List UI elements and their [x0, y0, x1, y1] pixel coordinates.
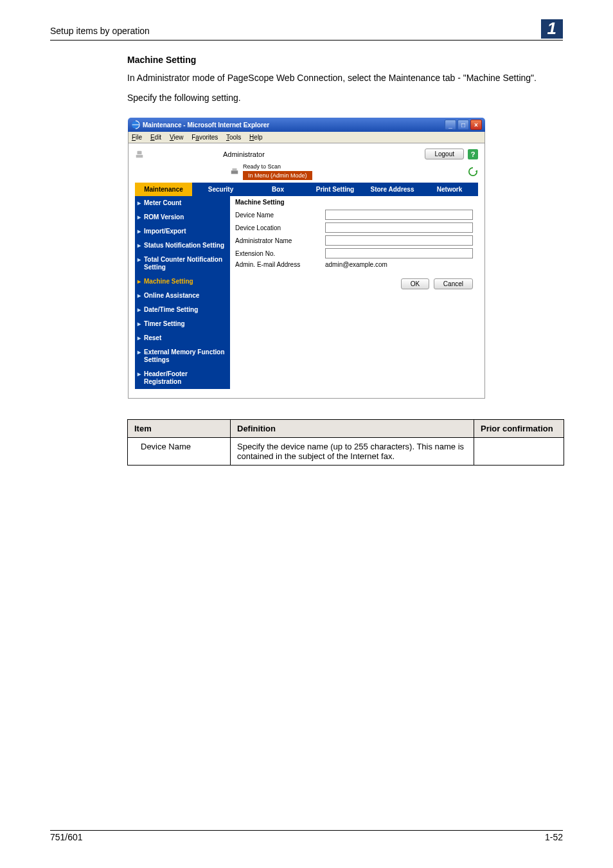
tab-store-address[interactable]: Store Address [364, 183, 421, 196]
tab-print-setting[interactable]: Print Setting [306, 183, 364, 196]
svg-rect-1 [138, 150, 142, 154]
user-mode-label: Administrator [223, 150, 265, 158]
ok-button[interactable]: OK [401, 278, 429, 289]
col-definition: Definition [231, 420, 474, 438]
menu-view[interactable]: View [170, 134, 184, 141]
main-tabs: Maintenance Security Box Print Setting S… [135, 183, 478, 196]
col-prior: Prior confirmation [474, 420, 564, 438]
sidebar-item-import-export[interactable]: ▸Import/Export [135, 224, 230, 239]
definition-table: Item Definition Prior confirmation Devic… [127, 419, 564, 466]
sidebar-item-total-counter-notification-setting[interactable]: ▸Total Counter Notification Setting [135, 253, 230, 275]
svg-rect-3 [231, 170, 238, 174]
window-close-button[interactable]: × [470, 120, 482, 130]
admin-name-label: Administrator Name [235, 237, 325, 244]
window-minimize-button[interactable]: _ [445, 120, 456, 130]
sidebar-item-rom-version[interactable]: ▸ROM Version [135, 210, 230, 224]
sidebar-item-external-memory-function-settings[interactable]: ▸External Memory Function Settings [135, 345, 230, 367]
menu-edit[interactable]: Edit [150, 134, 161, 141]
sidebar-nav: ▸Meter Count▸ROM Version▸Import/Export▸S… [135, 196, 230, 389]
sidebar-item-online-assistance[interactable]: ▸Online Assistance [135, 289, 230, 303]
admin-email-label: Admin. E-mail Address [235, 261, 325, 268]
browser-window: Maintenance - Microsoft Internet Explore… [128, 118, 485, 399]
content-panel: Machine Setting Device Name Device Locat… [230, 196, 478, 389]
footer-right: 1-52 [545, 832, 563, 842]
sidebar-item-date-time-setting[interactable]: ▸Date/Time Setting [135, 303, 230, 317]
window-maximize-button[interactable]: □ [458, 120, 469, 130]
sidebar-item-machine-setting[interactable]: ▸Machine Setting [135, 275, 230, 289]
sidebar-item-reset[interactable]: ▸Reset [135, 331, 230, 345]
ie-logo-icon [131, 120, 140, 129]
device-location-label: Device Location [235, 224, 325, 231]
instruction-1: In Administrator mode of PageScope Web C… [127, 71, 563, 85]
svg-rect-2 [136, 154, 143, 157]
device-location-input[interactable] [325, 222, 473, 233]
refresh-icon[interactable] [468, 167, 478, 177]
cancel-button[interactable]: Cancel [434, 278, 473, 289]
section-heading: Machine Setting [127, 55, 563, 65]
sidebar-item-timer-setting[interactable]: ▸Timer Setting [135, 317, 230, 331]
chapter-number-badge: 1 [541, 19, 563, 39]
sidebar-item-status-notification-setting[interactable]: ▸Status Notification Setting [135, 239, 230, 253]
running-header: Setup items by operation [50, 26, 150, 36]
footer-left: 751/601 [50, 832, 83, 842]
administrator-icon [135, 150, 144, 159]
admin-email-value: admin@example.com [325, 261, 387, 268]
browser-menubar: File Edit View Favorites Tools Help [128, 132, 485, 143]
menu-file[interactable]: File [132, 134, 142, 141]
tab-security[interactable]: Security [192, 183, 249, 196]
sidebar-item-meter-count[interactable]: ▸Meter Count [135, 196, 230, 210]
tab-maintenance[interactable]: Maintenance [135, 183, 192, 196]
tab-box[interactable]: Box [249, 183, 306, 196]
panel-title: Machine Setting [235, 196, 473, 210]
help-icon[interactable]: ? [468, 149, 478, 159]
windows-logo-icon [466, 133, 475, 141]
logout-button[interactable]: Logout [425, 149, 464, 159]
col-item: Item [128, 420, 231, 438]
table-row: Device NameSpecify the device name (up t… [128, 438, 564, 466]
cell-prior [474, 438, 564, 466]
tab-network[interactable]: Network [421, 183, 478, 196]
printer-icon [230, 167, 239, 176]
cell-item: Device Name [128, 438, 231, 466]
window-titlebar: Maintenance - Microsoft Internet Explore… [128, 118, 485, 132]
extension-no-label: Extension No. [235, 250, 325, 257]
admin-name-input[interactable] [325, 235, 473, 246]
extension-no-input[interactable] [325, 248, 473, 258]
window-title: Maintenance - Microsoft Internet Explore… [143, 122, 269, 129]
status-mode-badge: In Menu (Admin Mode) [243, 171, 312, 180]
cell-def: Specify the device name (up to 255 chara… [231, 438, 474, 466]
svg-rect-4 [233, 168, 237, 171]
status-ready-label: Ready to Scan [243, 163, 312, 170]
device-name-label: Device Name [235, 212, 325, 219]
menu-tools[interactable]: Tools [226, 134, 241, 141]
instruction-2: Specify the following setting. [127, 91, 563, 105]
device-name-input[interactable] [325, 210, 473, 220]
menu-help[interactable]: Help [249, 134, 263, 141]
menu-favorites[interactable]: Favorites [191, 134, 218, 141]
sidebar-item-header-footer-registration[interactable]: ▸Header/Footer Registration [135, 367, 230, 389]
